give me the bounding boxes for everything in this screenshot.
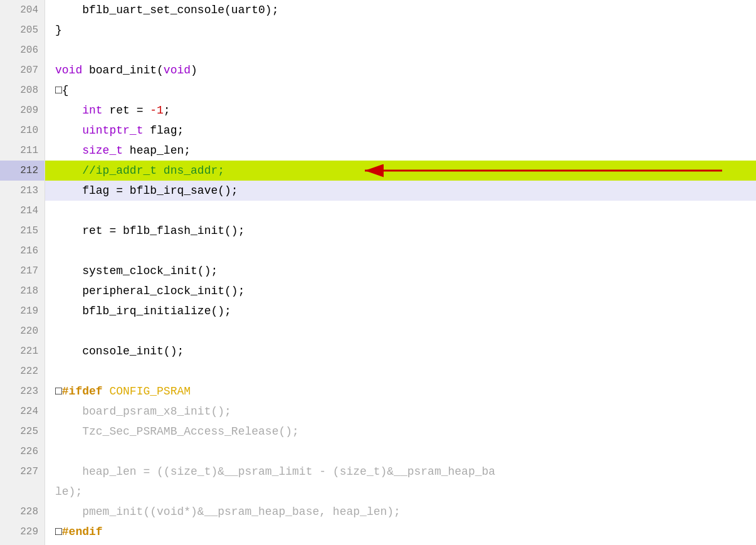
code-text: ret = bflb_flash_init(); bbox=[55, 221, 244, 241]
code-line-206 bbox=[45, 40, 756, 60]
keyword-uintptr: uintptr_t bbox=[82, 120, 150, 140]
line-228-cont bbox=[0, 482, 45, 502]
code-line-229: □#endif bbox=[45, 522, 756, 542]
code-text: bflb_irq_initialize(); bbox=[55, 301, 231, 321]
keyword-void: void bbox=[55, 60, 89, 80]
code-line-209: int ret = -1; bbox=[45, 100, 756, 120]
keyword-int: int bbox=[82, 100, 109, 120]
line-204: 204 bbox=[0, 0, 45, 20]
code-text: console_init(); bbox=[55, 341, 184, 361]
code-content[interactable]: bflb_uart_set_console(uart0); } void boa… bbox=[45, 0, 756, 545]
code-text: peripheral_clock_init(); bbox=[55, 281, 244, 301]
code-text: system_clock_init(); bbox=[55, 261, 218, 281]
code-text-dim: board_psram_x8_init(); bbox=[55, 401, 231, 421]
code-line-222 bbox=[45, 361, 756, 381]
num-minus1: -1 bbox=[150, 100, 164, 120]
code-line-218: peripheral_clock_init(); bbox=[45, 281, 756, 301]
line-210: 210 bbox=[0, 120, 45, 140]
code-indent bbox=[55, 100, 82, 120]
line-208: 208 bbox=[0, 80, 45, 100]
code-line-219: bflb_irq_initialize(); bbox=[45, 301, 756, 321]
ifdef-value: CONFIG_PSRAM bbox=[109, 381, 191, 401]
code-line-214 bbox=[45, 201, 756, 221]
collapse-marker: □ bbox=[55, 381, 62, 401]
keyword-size: size_t bbox=[82, 140, 130, 161]
code-indent bbox=[55, 161, 82, 181]
code-line-227: heap_len = ((size_t)&__psram_limit - (si… bbox=[45, 462, 756, 482]
line-217: 217 bbox=[0, 261, 45, 281]
code-line-213: flag = bflb_irq_save(); bbox=[45, 181, 756, 201]
line-225: 225 bbox=[0, 421, 45, 442]
code-indent bbox=[55, 120, 82, 140]
line-209: 209 bbox=[0, 100, 45, 120]
line-216: 216 bbox=[0, 241, 45, 261]
code-text: ; bbox=[164, 100, 171, 120]
comment-line: //ip_addr_t dns_addr; bbox=[82, 161, 224, 181]
line-218: 218 bbox=[0, 281, 45, 301]
code-line-212: //ip_addr_t dns_addr; bbox=[45, 161, 756, 181]
code-indent bbox=[55, 181, 82, 201]
line-205: 205 bbox=[0, 20, 45, 40]
code-text: heap_len; bbox=[130, 140, 191, 161]
code-line-223: □#ifdef CONFIG_PSRAM bbox=[45, 381, 756, 401]
keyword-void2: void bbox=[164, 60, 191, 80]
code-text: } bbox=[55, 20, 62, 40]
code-editor: 204 205 206 207 208 209 210 211 212 213 … bbox=[0, 0, 756, 545]
code-text-dim: Tzc_Sec_PSRAMB_Access_Release(); bbox=[55, 421, 299, 442]
line-numbers: 204 205 206 207 208 209 210 211 212 213 … bbox=[0, 0, 45, 545]
endif-keyword: #endif bbox=[62, 522, 103, 542]
code-line-210: uintptr_t flag; bbox=[45, 120, 756, 140]
code-text: ) bbox=[191, 60, 197, 80]
code-text: flag = bflb_irq_save(); bbox=[82, 181, 238, 201]
code-text: ret = bbox=[109, 100, 150, 120]
arrow-annotation bbox=[346, 162, 756, 179]
code-line-208: □{ bbox=[45, 80, 756, 100]
code-line-216 bbox=[45, 241, 756, 261]
code-text-dim: pmem_init((void*)&__psram_heap_base, hea… bbox=[55, 502, 401, 522]
line-223: 223 bbox=[0, 381, 45, 401]
line-219: 219 bbox=[0, 301, 45, 321]
code-line-205: } bbox=[45, 20, 756, 40]
line-222: 222 bbox=[0, 361, 45, 381]
code-line-207: void board_init(void) bbox=[45, 60, 756, 80]
line-229: 229 bbox=[0, 522, 45, 542]
code-line-227-cont: le); bbox=[45, 482, 756, 502]
code-indent bbox=[55, 140, 82, 161]
line-227: 227 bbox=[0, 462, 45, 482]
line-215: 215 bbox=[0, 221, 45, 241]
code-line-204: bflb_uart_set_console(uart0); bbox=[45, 0, 756, 20]
code-line-211: size_t heap_len; bbox=[45, 140, 756, 161]
code-line-225: Tzc_Sec_PSRAMB_Access_Release(); bbox=[45, 421, 756, 442]
line-228: 228 bbox=[0, 502, 45, 522]
line-224: 224 bbox=[0, 401, 45, 421]
code-text-dim: heap_len = ((size_t)&__psram_limit - (si… bbox=[55, 462, 495, 482]
code-text: flag; bbox=[150, 120, 184, 140]
line-214: 214 bbox=[0, 201, 45, 221]
line-211: 211 bbox=[0, 140, 45, 161]
collapse-marker2: □ bbox=[55, 522, 62, 542]
code-text-dim: le); bbox=[55, 482, 82, 502]
code-text: board_init( bbox=[89, 60, 164, 80]
line-206: 206 bbox=[0, 40, 45, 60]
line-220: 220 bbox=[0, 321, 45, 341]
ifdef-keyword: #ifdef bbox=[62, 381, 110, 401]
line-213: 213 bbox=[0, 181, 45, 201]
code-text: bflb_uart_set_console(uart0); bbox=[55, 0, 278, 20]
code-line-220 bbox=[45, 321, 756, 341]
code-line-215: ret = bflb_flash_init(); bbox=[45, 221, 756, 241]
code-text: □{ bbox=[55, 80, 69, 100]
line-212: 212 bbox=[0, 161, 45, 181]
line-207: 207 bbox=[0, 60, 45, 80]
code-line-226 bbox=[45, 442, 756, 462]
code-line-221: console_init(); bbox=[45, 341, 756, 361]
code-line-228: pmem_init((void*)&__psram_heap_base, hea… bbox=[45, 502, 756, 522]
code-line-217: system_clock_init(); bbox=[45, 261, 756, 281]
line-226: 226 bbox=[0, 442, 45, 462]
code-line-224: board_psram_x8_init(); bbox=[45, 401, 756, 421]
line-221: 221 bbox=[0, 341, 45, 361]
